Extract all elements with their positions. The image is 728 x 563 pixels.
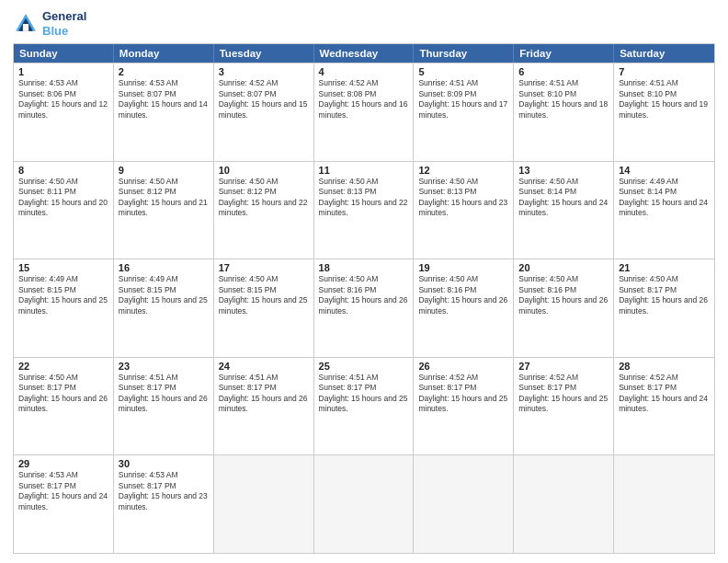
day-info: Sunrise: 4:50 AM Sunset: 8:14 PM Dayligh… [518, 177, 609, 219]
day-info: Sunrise: 4:53 AM Sunset: 8:07 PM Dayligh… [119, 78, 209, 121]
calendar-cell [214, 455, 314, 553]
calendar-row: 15 Sunrise: 4:49 AM Sunset: 8:15 PM Dayl… [14, 259, 714, 357]
day-info: Sunrise: 4:51 AM Sunset: 8:09 PM Dayligh… [418, 78, 508, 121]
sunset-label: Sunset: 8:16 PM [418, 285, 476, 294]
calendar-header-cell: Thursday [414, 44, 514, 63]
sunset-label: Sunset: 8:10 PM [619, 89, 677, 98]
sunrise-label: Sunrise: 4:51 AM [418, 78, 478, 87]
calendar-cell: 18 Sunrise: 4:50 AM Sunset: 8:16 PM Dayl… [314, 259, 415, 357]
calendar-cell: 29 Sunrise: 4:53 AM Sunset: 8:17 PM Dayl… [14, 455, 114, 553]
calendar-cell: 30 Sunrise: 4:53 AM Sunset: 8:17 PM Dayl… [114, 455, 214, 553]
daylight-label: Daylight: 15 hours and 25 minutes. [18, 295, 108, 315]
day-number: 19 [418, 262, 508, 273]
page: General Blue SundayMondayTuesdayWednesda… [0, 0, 728, 563]
day-number: 17 [219, 262, 309, 273]
daylight-label: Daylight: 15 hours and 22 minutes. [319, 198, 408, 217]
day-info: Sunrise: 4:50 AM Sunset: 8:17 PM Dayligh… [18, 373, 108, 415]
daylight-label: Daylight: 15 hours and 24 minutes. [619, 198, 708, 217]
daylight-label: Daylight: 15 hours and 25 minutes. [119, 295, 208, 315]
day-info: Sunrise: 4:50 AM Sunset: 8:11 PM Dayligh… [18, 177, 108, 219]
calendar-cell: 23 Sunrise: 4:51 AM Sunset: 8:17 PM Dayl… [114, 358, 214, 455]
sunrise-label: Sunrise: 4:52 AM [518, 373, 578, 382]
daylight-label: Daylight: 15 hours and 25 minutes. [219, 295, 308, 315]
day-info: Sunrise: 4:50 AM Sunset: 8:13 PM Dayligh… [418, 177, 508, 219]
day-info: Sunrise: 4:51 AM Sunset: 8:10 PM Dayligh… [619, 78, 710, 121]
sunset-label: Sunset: 8:17 PM [219, 383, 277, 392]
day-info: Sunrise: 4:53 AM Sunset: 8:17 PM Dayligh… [18, 470, 108, 512]
day-number: 5 [418, 66, 508, 77]
sunset-label: Sunset: 8:17 PM [119, 481, 176, 490]
day-info: Sunrise: 4:50 AM Sunset: 8:16 PM Dayligh… [418, 274, 508, 316]
day-info: Sunrise: 4:49 AM Sunset: 8:15 PM Dayligh… [119, 274, 209, 316]
sunset-label: Sunset: 8:11 PM [18, 187, 76, 196]
day-number: 21 [619, 262, 710, 273]
sunset-label: Sunset: 8:17 PM [319, 383, 377, 392]
calendar-header-cell: Saturday [614, 44, 714, 63]
daylight-label: Daylight: 15 hours and 16 minutes. [319, 99, 408, 119]
sunset-label: Sunset: 8:13 PM [418, 187, 476, 196]
calendar-cell: 28 Sunrise: 4:52 AM Sunset: 8:17 PM Dayl… [614, 358, 714, 455]
calendar-cell: 14 Sunrise: 4:49 AM Sunset: 8:14 PM Dayl… [614, 162, 714, 259]
day-info: Sunrise: 4:53 AM Sunset: 8:17 PM Dayligh… [119, 470, 209, 512]
calendar-cell: 20 Sunrise: 4:50 AM Sunset: 8:16 PM Dayl… [514, 259, 614, 357]
day-info: Sunrise: 4:53 AM Sunset: 8:06 PM Dayligh… [18, 78, 108, 121]
logo-text: General Blue [42, 9, 86, 38]
sunrise-label: Sunrise: 4:50 AM [319, 274, 379, 283]
sunrise-label: Sunrise: 4:50 AM [418, 177, 478, 186]
day-number: 24 [219, 361, 309, 372]
sunset-label: Sunset: 8:17 PM [418, 383, 476, 392]
daylight-label: Daylight: 15 hours and 26 minutes. [219, 394, 308, 413]
day-number: 22 [18, 361, 108, 372]
calendar-cell: 15 Sunrise: 4:49 AM Sunset: 8:15 PM Dayl… [14, 259, 114, 357]
day-info: Sunrise: 4:51 AM Sunset: 8:10 PM Dayligh… [518, 78, 609, 121]
calendar-cell: 5 Sunrise: 4:51 AM Sunset: 8:09 PM Dayli… [414, 63, 514, 161]
day-number: 13 [518, 165, 609, 176]
calendar-cell: 3 Sunrise: 4:52 AM Sunset: 8:07 PM Dayli… [214, 63, 314, 161]
day-number: 23 [119, 361, 209, 372]
day-number: 7 [619, 66, 710, 77]
sunset-label: Sunset: 8:09 PM [418, 89, 476, 98]
daylight-label: Daylight: 15 hours and 23 minutes. [418, 198, 507, 217]
day-number: 27 [518, 361, 609, 372]
calendar-cell: 8 Sunrise: 4:50 AM Sunset: 8:11 PM Dayli… [14, 162, 114, 259]
day-number: 9 [119, 165, 209, 176]
daylight-label: Daylight: 15 hours and 26 minutes. [319, 295, 408, 315]
day-number: 25 [319, 361, 409, 372]
day-number: 8 [18, 165, 108, 176]
daylight-label: Daylight: 15 hours and 14 minutes. [119, 99, 208, 119]
sunrise-label: Sunrise: 4:52 AM [418, 373, 478, 382]
sunrise-label: Sunrise: 4:50 AM [219, 274, 279, 283]
day-number: 16 [119, 262, 209, 273]
daylight-label: Daylight: 15 hours and 24 minutes. [18, 491, 108, 511]
sunrise-label: Sunrise: 4:52 AM [619, 373, 678, 382]
day-info: Sunrise: 4:52 AM Sunset: 8:17 PM Dayligh… [418, 373, 508, 415]
calendar-header-cell: Monday [114, 44, 214, 63]
daylight-label: Daylight: 15 hours and 25 minutes. [418, 394, 507, 413]
calendar-cell: 17 Sunrise: 4:50 AM Sunset: 8:15 PM Dayl… [214, 259, 314, 357]
sunset-label: Sunset: 8:17 PM [619, 383, 677, 392]
day-number: 30 [119, 458, 209, 469]
day-info: Sunrise: 4:50 AM Sunset: 8:13 PM Dayligh… [319, 177, 409, 219]
sunrise-label: Sunrise: 4:53 AM [18, 470, 78, 479]
calendar-cell: 4 Sunrise: 4:52 AM Sunset: 8:08 PM Dayli… [314, 63, 415, 161]
daylight-label: Daylight: 15 hours and 26 minutes. [18, 394, 108, 413]
calendar-cell: 1 Sunrise: 4:53 AM Sunset: 8:06 PM Dayli… [14, 63, 114, 161]
calendar-cell [614, 455, 714, 553]
daylight-label: Daylight: 15 hours and 25 minutes. [319, 394, 408, 413]
day-info: Sunrise: 4:52 AM Sunset: 8:07 PM Dayligh… [219, 78, 309, 121]
calendar-cell: 11 Sunrise: 4:50 AM Sunset: 8:13 PM Dayl… [314, 162, 415, 259]
calendar-cell: 25 Sunrise: 4:51 AM Sunset: 8:17 PM Dayl… [314, 358, 415, 455]
day-number: 20 [518, 262, 609, 273]
sunrise-label: Sunrise: 4:51 AM [619, 78, 678, 87]
daylight-label: Daylight: 15 hours and 17 minutes. [418, 99, 507, 119]
sunset-label: Sunset: 8:14 PM [619, 187, 677, 196]
calendar-cell: 21 Sunrise: 4:50 AM Sunset: 8:17 PM Dayl… [614, 259, 714, 357]
logo-icon [13, 11, 39, 37]
daylight-label: Daylight: 15 hours and 22 minutes. [219, 198, 308, 217]
sunrise-label: Sunrise: 4:50 AM [518, 177, 578, 186]
sunset-label: Sunset: 8:12 PM [219, 187, 277, 196]
day-info: Sunrise: 4:49 AM Sunset: 8:14 PM Dayligh… [619, 177, 710, 219]
daylight-label: Daylight: 15 hours and 20 minutes. [18, 198, 108, 217]
daylight-label: Daylight: 15 hours and 21 minutes. [119, 198, 208, 217]
day-number: 12 [418, 165, 508, 176]
